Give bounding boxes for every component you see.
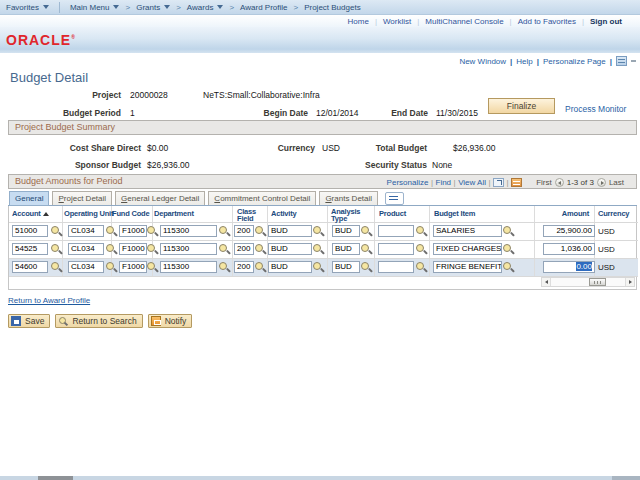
download-grid-icon[interactable] [511, 178, 522, 187]
col-currency: Currency [598, 206, 629, 222]
finalize-button[interactable]: Finalize [488, 98, 555, 114]
product-input[interactable] [378, 243, 414, 255]
lookup-icon[interactable] [106, 244, 116, 254]
sign-out-link[interactable]: Sign out [584, 17, 628, 26]
fund-code-input[interactable]: F1000 [119, 261, 147, 273]
breadcrumb-award-profile[interactable]: Award Profile [236, 3, 291, 12]
multichannel-console-link[interactable]: MultiChannel Console [419, 17, 509, 26]
analysis-type-input[interactable]: BUD [332, 261, 360, 273]
lookup-icon[interactable] [416, 262, 426, 272]
worklist-link[interactable]: Worklist [377, 17, 417, 26]
next-row-icon[interactable] [597, 178, 606, 187]
view-all-link[interactable]: View All [458, 176, 486, 189]
budget-item-input[interactable]: FIXED CHARGES [433, 243, 502, 255]
scrollbar-thumb[interactable] [589, 278, 606, 286]
process-monitor-link[interactable]: Process Monitor [565, 104, 626, 114]
lookup-icon[interactable] [147, 226, 157, 236]
analysis-type-input[interactable]: BUD [332, 225, 360, 237]
lookup-icon[interactable] [255, 262, 265, 272]
lookup-icon[interactable] [106, 262, 116, 272]
account-input[interactable]: 54525 [12, 243, 48, 255]
activity-input[interactable]: BUD [268, 261, 312, 273]
budget-item-input[interactable]: FRINGE BENEFIT [433, 261, 502, 273]
new-window-link[interactable]: New Window [459, 57, 506, 66]
lookup-icon[interactable] [51, 226, 61, 236]
lookup-icon[interactable] [255, 226, 265, 236]
lookup-icon[interactable] [416, 244, 426, 254]
class-field-input[interactable]: 200 [234, 261, 254, 273]
lookup-icon[interactable] [416, 226, 426, 236]
lookup-icon[interactable] [147, 262, 157, 272]
tab-general[interactable]: General [9, 191, 49, 206]
lookup-icon[interactable] [313, 244, 323, 254]
operating-unit-input[interactable]: CL034 [68, 261, 104, 273]
product-input[interactable] [378, 261, 414, 273]
home-link[interactable]: Home [342, 17, 375, 26]
account-input[interactable]: 51000 [12, 225, 48, 237]
personalize-page-link[interactable]: Personalize Page [543, 57, 606, 66]
lookup-icon[interactable] [147, 244, 157, 254]
lookup-icon[interactable] [219, 262, 229, 272]
lookup-icon[interactable] [503, 244, 513, 254]
activity-input[interactable]: BUD [268, 225, 312, 237]
amount-input[interactable]: 0.00 [543, 261, 595, 273]
row-range: 1-3 of 3 [567, 176, 594, 189]
lookup-icon[interactable] [219, 244, 229, 254]
account-input[interactable]: 54600 [12, 261, 48, 273]
lookup-icon[interactable] [51, 244, 61, 254]
scroll-left-icon[interactable] [542, 278, 551, 286]
budget-item-input[interactable]: SALARIES [433, 225, 502, 237]
return-to-search-button[interactable]: Return to Search [55, 314, 142, 328]
department-input[interactable]: 115300 [160, 261, 217, 273]
breadcrumb-favorites[interactable]: Favorites [0, 3, 53, 12]
lookup-icon[interactable] [219, 226, 229, 236]
fund-code-input[interactable]: F1000 [119, 225, 147, 237]
tab-general-ledger-detail[interactable]: General Ledger Detail [115, 191, 205, 206]
tab-grants-detail[interactable]: Grants Detail [319, 191, 378, 206]
lookup-icon[interactable] [361, 262, 371, 272]
department-input[interactable]: 115300 [160, 243, 217, 255]
product-input[interactable] [378, 225, 414, 237]
breadcrumb-main-menu[interactable]: Main Menu [66, 3, 124, 12]
activity-input[interactable]: BUD [268, 243, 312, 255]
zoom-grid-icon[interactable] [493, 178, 504, 187]
amount-input[interactable]: 1,036.00 [543, 243, 595, 255]
lookup-icon[interactable] [313, 226, 323, 236]
lookup-icon[interactable] [503, 226, 513, 236]
amount-input[interactable]: 25,900.00 [543, 225, 595, 237]
personalize-link[interactable]: Personalize [387, 176, 429, 189]
return-to-award-profile-link[interactable]: Return to Award Profile [8, 296, 90, 305]
breadcrumb-awards[interactable]: Awards [183, 3, 228, 12]
window-horizontal-scrollbar[interactable] [0, 476, 640, 480]
scroll-right-icon[interactable] [625, 278, 634, 286]
fund-code-input[interactable]: F1000 [119, 243, 147, 255]
add-to-favorites-link[interactable]: Add to Favorites [512, 17, 582, 26]
window-scrollbar-thumb[interactable] [38, 476, 73, 480]
copy-url-icon[interactable] [616, 56, 627, 66]
find-link[interactable]: Find [436, 176, 452, 189]
operating-unit-input[interactable]: CL034 [68, 243, 104, 255]
lookup-icon[interactable] [313, 262, 323, 272]
lookup-icon[interactable] [255, 244, 265, 254]
lookup-icon[interactable] [51, 262, 61, 272]
grid-horizontal-scrollbar[interactable] [541, 277, 635, 287]
operating-unit-input[interactable]: CL034 [68, 225, 104, 237]
lookup-icon[interactable] [106, 226, 116, 236]
department-input[interactable]: 115300 [160, 225, 217, 237]
lookup-icon[interactable] [361, 226, 371, 236]
tab-commitment-control-detail[interactable]: Commitment Control Detail [208, 191, 316, 206]
breadcrumb-grants[interactable]: Grants [132, 3, 174, 12]
lookup-icon[interactable] [503, 262, 513, 272]
help-link[interactable]: Help [516, 57, 532, 66]
notify-button[interactable]: Notify [148, 314, 193, 328]
tab-project-detail[interactable]: Project Detail [52, 191, 112, 206]
analysis-type-input[interactable]: BUD [332, 243, 360, 255]
breadcrumb-project-budgets[interactable]: Project Budgets [300, 3, 364, 12]
show-all-columns-icon[interactable] [385, 192, 404, 205]
lookup-icon[interactable] [361, 244, 371, 254]
class-field-input[interactable]: 200 [234, 225, 254, 237]
end-date-value: 11/30/2015 [436, 108, 478, 118]
class-field-input[interactable]: 200 [234, 243, 254, 255]
previous-row-icon[interactable] [555, 178, 564, 187]
save-button[interactable]: Save [8, 314, 50, 328]
